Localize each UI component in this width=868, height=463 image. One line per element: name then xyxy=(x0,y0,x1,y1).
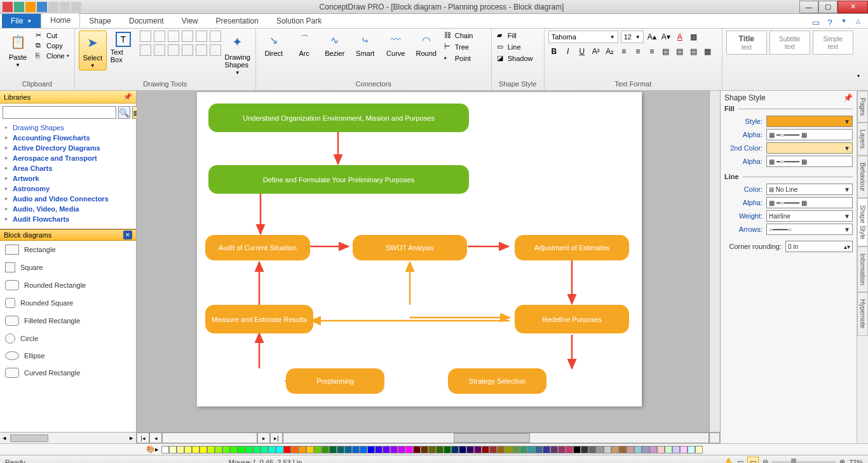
tab-shape[interactable]: Shape xyxy=(80,14,120,28)
align-bottom-button[interactable]: ▤ xyxy=(688,46,700,57)
highlight-button[interactable]: ▦ xyxy=(688,31,700,43)
color-swatch[interactable] xyxy=(428,446,436,453)
color-swatch[interactable] xyxy=(314,446,322,453)
color-swatch[interactable] xyxy=(276,446,283,453)
palette-toggle[interactable]: 🎨▸ xyxy=(146,445,159,453)
subscript-button[interactable]: A₂ xyxy=(604,46,616,57)
color-swatch[interactable] xyxy=(611,446,619,453)
block-define[interactable]: Define and Formulate Your Preliminary Pu… xyxy=(208,165,469,194)
tree-item[interactable]: Drawing Shapes xyxy=(4,123,132,133)
underline-button[interactable]: U xyxy=(576,46,588,57)
color-swatch[interactable] xyxy=(619,446,627,453)
second-color-combo[interactable]: ▼ xyxy=(766,142,853,154)
quick-style-title[interactable]: Titletext xyxy=(726,30,767,55)
qat-icon[interactable] xyxy=(37,2,47,12)
shape-rounded-rectangle[interactable]: Rounded Rectangle xyxy=(0,276,136,294)
color-swatch[interactable] xyxy=(588,446,596,453)
tab-home[interactable]: Home xyxy=(41,13,80,28)
library-tree[interactable]: Drawing Shapes Accounting Flowcharts Act… xyxy=(0,121,136,229)
tree-button[interactable]: ⊢Tree xyxy=(443,42,487,52)
connector-round[interactable]: ◠Round xyxy=(412,30,440,57)
page-nav[interactable]: |◂ ◂ ▸ ▸| xyxy=(137,433,283,443)
color-swatch[interactable] xyxy=(672,446,680,453)
shape-circle[interactable]: Circle xyxy=(0,330,136,347)
tree-item[interactable]: Astronomy xyxy=(4,184,132,194)
color-swatch[interactable] xyxy=(421,446,428,453)
horizontal-scrollbar[interactable] xyxy=(283,433,709,443)
color-swatch[interactable] xyxy=(413,446,421,453)
color-swatch[interactable] xyxy=(444,446,451,453)
block-strategy[interactable]: Strategy Selection xyxy=(448,368,546,394)
color-swatch[interactable] xyxy=(451,446,459,453)
tab-presentation[interactable]: Presentation xyxy=(207,14,267,28)
color-swatch[interactable] xyxy=(649,446,657,453)
clone-button[interactable]: ⎘Clone ▾ xyxy=(34,51,71,61)
color-swatch[interactable] xyxy=(322,446,329,453)
select-tool-button[interactable]: ➤ Select▼ xyxy=(79,30,107,70)
drawing-shapes-button[interactable]: ✦ Drawing Shapes▼ xyxy=(224,30,252,77)
side-tab-behaviour[interactable]: Behaviour xyxy=(857,156,868,198)
color-swatch[interactable] xyxy=(665,446,672,453)
pin-icon[interactable]: 📌 xyxy=(843,93,853,102)
alpha-slider[interactable]: ▦ ━○━━━━ ▦ xyxy=(766,129,853,140)
library-search-input[interactable] xyxy=(3,106,116,119)
color-swatch[interactable] xyxy=(161,446,169,453)
qat-undo-icon[interactable] xyxy=(60,2,70,12)
color-swatch[interactable] xyxy=(634,446,642,453)
color-swatch[interactable] xyxy=(558,446,566,453)
side-tab-shape-style[interactable]: Shape Style xyxy=(857,198,868,246)
document-page[interactable]: Understand Organization Environment, Mis… xyxy=(197,92,642,406)
side-tab-pages[interactable]: Pages xyxy=(857,91,868,123)
resize-handle[interactable] xyxy=(709,433,720,443)
library-hscroll[interactable]: ◂ ▸ xyxy=(0,432,136,443)
shadow-button[interactable]: ◪Shadow xyxy=(496,53,540,64)
zoom-slider[interactable] xyxy=(772,461,836,464)
block-audit[interactable]: Audit of Current Situation xyxy=(205,235,310,260)
tab-solution-park[interactable]: Solution Park xyxy=(268,14,330,28)
chevron-down-icon[interactable]: ▼ xyxy=(839,18,849,28)
drawing-tool-grid[interactable] xyxy=(140,30,221,56)
tree-item[interactable]: Audio, Video, Media xyxy=(4,204,132,214)
align-center-button[interactable]: ≡ xyxy=(632,46,644,57)
color-swatch[interactable] xyxy=(238,446,245,453)
block-preplanning[interactable]: Preplanning xyxy=(286,368,384,394)
color-swatch[interactable] xyxy=(642,446,649,453)
side-tab-hypernote[interactable]: Hypernote xyxy=(857,292,868,335)
shape-square[interactable]: Square xyxy=(0,258,136,276)
color-swatch[interactable] xyxy=(604,446,611,453)
color-swatch[interactable] xyxy=(520,446,527,453)
color-swatch[interactable] xyxy=(329,446,337,453)
color-swatch[interactable] xyxy=(573,446,581,453)
hand-tool-icon[interactable]: ✋ xyxy=(724,458,733,463)
color-swatch[interactable] xyxy=(192,446,200,453)
line-alpha-slider[interactable]: ▦ ━○━━━━ ▦ xyxy=(766,197,853,208)
close-category-icon[interactable]: ✕ xyxy=(123,231,132,239)
color-swatch[interactable] xyxy=(352,446,360,453)
color-swatch[interactable] xyxy=(505,446,512,453)
quick-style-more[interactable]: ▾ xyxy=(856,72,861,80)
align-left-button[interactable]: ≡ xyxy=(618,46,630,57)
connector-direct[interactable]: ↘Direct xyxy=(260,30,288,57)
zoom-value[interactable]: 72% xyxy=(849,459,863,464)
grow-font-button[interactable]: A▴ xyxy=(646,31,658,43)
color-swatch[interactable] xyxy=(695,446,703,453)
text-direction-button[interactable]: ▦ xyxy=(702,46,714,57)
help-icon[interactable]: ? xyxy=(825,18,835,28)
color-swatch[interactable] xyxy=(200,446,207,453)
font-size-combo[interactable]: 12▼ xyxy=(621,30,644,43)
align-middle-button[interactable]: ▤ xyxy=(674,46,686,57)
zoom-in-button[interactable]: ⊕ xyxy=(839,458,845,463)
qat-save-icon[interactable] xyxy=(48,2,58,12)
shape-ellipse[interactable]: Ellipse xyxy=(0,347,136,364)
window-icon[interactable]: ▭ xyxy=(811,18,821,28)
color-swatch[interactable] xyxy=(375,446,383,453)
block-measure[interactable]: Measure and Estimate Results xyxy=(205,305,313,333)
side-tab-layers[interactable]: Layers xyxy=(857,123,868,156)
color-swatch[interactable] xyxy=(383,446,390,453)
text-box-button[interactable]: T Text Box xyxy=(109,30,137,65)
font-combo[interactable]: Tahoma▼ xyxy=(548,30,618,43)
tree-item[interactable]: Aerospace and Transport xyxy=(4,153,132,163)
pin-icon[interactable]: 📌 xyxy=(123,93,132,101)
color-swatch[interactable] xyxy=(466,446,474,453)
bold-button[interactable]: B xyxy=(548,46,560,57)
